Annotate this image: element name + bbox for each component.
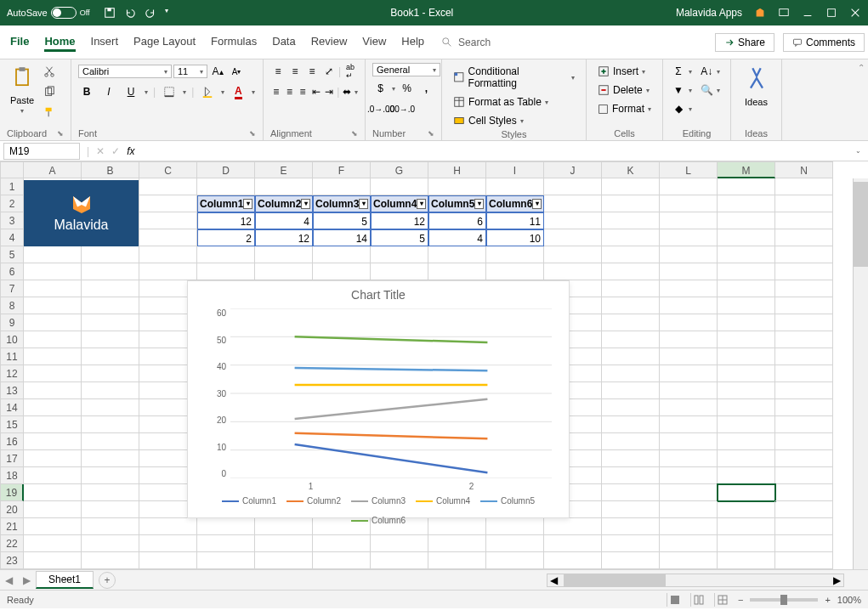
cell[interactable]	[660, 433, 718, 450]
cell[interactable]	[371, 552, 428, 569]
cell[interactable]: 2	[197, 229, 255, 246]
tab-view[interactable]: View	[362, 33, 386, 52]
wrap-text-icon[interactable]: ab↵	[343, 63, 358, 80]
cell[interactable]	[775, 331, 833, 348]
cell[interactable]	[82, 263, 139, 280]
enter-formula-icon[interactable]: ✓	[111, 145, 120, 157]
cell[interactable]	[255, 263, 313, 280]
cell[interactable]	[82, 399, 139, 416]
cell[interactable]	[313, 535, 371, 552]
cell[interactable]	[255, 178, 313, 195]
cell-styles-button[interactable]: Cell Styles▾	[449, 112, 579, 129]
cell[interactable]: 12	[255, 229, 313, 246]
cell[interactable]	[660, 280, 718, 297]
cell[interactable]	[139, 195, 197, 212]
filter-dropdown-icon[interactable]: ▾	[243, 199, 252, 209]
cell[interactable]	[660, 178, 718, 195]
cell[interactable]	[82, 314, 139, 331]
fill-icon[interactable]: ▼	[670, 82, 687, 99]
cell[interactable]	[82, 467, 139, 484]
cell[interactable]	[139, 212, 197, 229]
paste-icon[interactable]	[7, 63, 37, 93]
close-icon[interactable]	[849, 7, 861, 19]
cell[interactable]	[660, 552, 718, 569]
row-header[interactable]: 18	[0, 467, 24, 484]
cell[interactable]	[718, 535, 775, 552]
vertical-scrollbar[interactable]	[853, 178, 868, 569]
cell[interactable]	[197, 535, 255, 552]
zoom-slider[interactable]	[750, 598, 818, 602]
row-header[interactable]: 11	[0, 348, 24, 365]
cell[interactable]	[775, 178, 833, 195]
increase-indent-icon[interactable]: ⇥	[324, 83, 336, 100]
cell[interactable]	[255, 552, 313, 569]
share-button[interactable]: Share	[715, 33, 774, 52]
cell[interactable]	[24, 348, 82, 365]
cell[interactable]	[775, 263, 833, 280]
tab-insert[interactable]: Insert	[91, 33, 119, 52]
insert-cells-button[interactable]: Insert▾	[593, 63, 655, 80]
cell[interactable]	[660, 535, 718, 552]
sheet-nav-prev-icon[interactable]: ◀	[0, 574, 18, 586]
cell[interactable]	[775, 518, 833, 535]
col-header[interactable]: H	[428, 161, 486, 178]
row-header[interactable]: 12	[0, 365, 24, 382]
tab-help[interactable]: Help	[401, 33, 424, 52]
cell[interactable]	[602, 365, 660, 382]
align-bottom-icon[interactable]: ≡	[304, 63, 320, 80]
cell[interactable]	[718, 433, 775, 450]
cell[interactable]	[602, 416, 660, 433]
align-right-icon[interactable]: ≡	[297, 83, 309, 100]
row-header[interactable]: 1	[0, 178, 24, 195]
col-header[interactable]: K	[602, 161, 660, 178]
zoom-in-button[interactable]: +	[825, 595, 830, 605]
tab-review[interactable]: Review	[311, 33, 348, 52]
cell[interactable]	[82, 450, 139, 467]
col-header[interactable]: I	[486, 161, 544, 178]
cell[interactable]	[313, 552, 371, 569]
cell[interactable]	[718, 382, 775, 399]
orientation-icon[interactable]: ⤢	[321, 63, 337, 80]
row-header[interactable]: 3	[0, 212, 24, 229]
cell[interactable]	[602, 484, 660, 501]
row-header[interactable]: 5	[0, 246, 24, 263]
row-header[interactable]: 15	[0, 416, 24, 433]
row-header[interactable]: 17	[0, 450, 24, 467]
col-header[interactable]: N	[775, 161, 833, 178]
fill-color-icon[interactable]	[199, 83, 216, 100]
cell[interactable]	[82, 535, 139, 552]
cell[interactable]	[775, 535, 833, 552]
col-header[interactable]: F	[313, 161, 371, 178]
row-header[interactable]: 21	[0, 518, 24, 535]
cell[interactable]	[775, 348, 833, 365]
cell[interactable]	[718, 297, 775, 314]
align-center-icon[interactable]: ≡	[284, 83, 296, 100]
cell[interactable]	[602, 246, 660, 263]
cell[interactable]	[544, 178, 602, 195]
filter-dropdown-icon[interactable]: ▾	[301, 199, 310, 209]
cell[interactable]	[82, 382, 139, 399]
cell[interactable]	[24, 467, 82, 484]
cell[interactable]	[660, 331, 718, 348]
cell[interactable]	[602, 212, 660, 229]
cell[interactable]	[24, 365, 82, 382]
find-icon[interactable]: 🔍	[698, 82, 715, 99]
delete-cells-button[interactable]: Delete▾	[593, 82, 655, 99]
bold-icon[interactable]: B	[78, 83, 95, 100]
cell[interactable]: 4	[255, 212, 313, 229]
cell[interactable]: Column6▾	[486, 195, 544, 212]
ideas-label[interactable]: Ideas	[745, 97, 768, 107]
cell[interactable]	[775, 229, 833, 246]
zoom-out-button[interactable]: −	[738, 595, 743, 605]
cell[interactable]: Column2▾	[255, 195, 313, 212]
cell[interactable]	[718, 229, 775, 246]
cell[interactable]	[775, 450, 833, 467]
cell[interactable]: 5	[371, 229, 428, 246]
cell[interactable]	[24, 484, 82, 501]
cell[interactable]	[428, 246, 486, 263]
cell[interactable]	[24, 331, 82, 348]
cell[interactable]	[718, 416, 775, 433]
cell[interactable]	[660, 212, 718, 229]
cell[interactable]	[486, 263, 544, 280]
filter-dropdown-icon[interactable]: ▾	[359, 199, 368, 209]
